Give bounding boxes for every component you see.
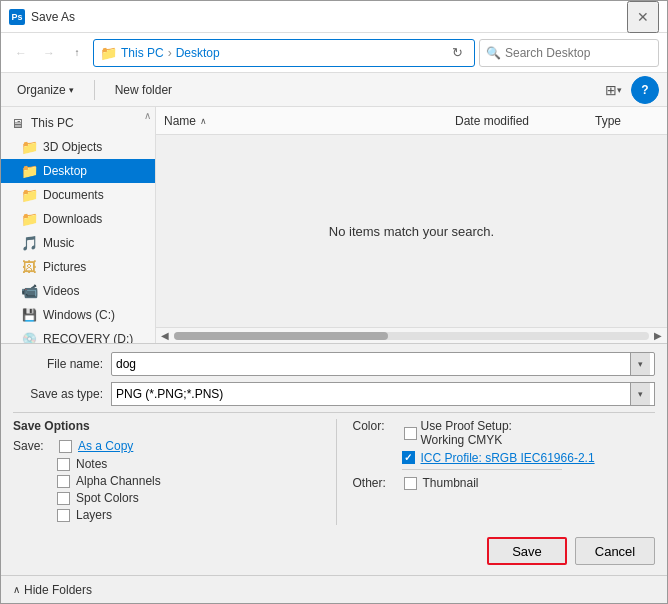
icc-profile-row: ICC Profile: sRGB IEC61966-2.1 xyxy=(402,451,656,465)
view-chevron-icon: ▾ xyxy=(617,85,622,95)
notes-checkbox[interactable] xyxy=(57,458,70,471)
as-copy-checkbox[interactable] xyxy=(59,440,72,453)
sidebar-item-windows-c[interactable]: 💾 Windows (C:) xyxy=(1,303,155,327)
as-copy-label[interactable]: As a Copy xyxy=(78,439,133,453)
app-icon: Ps xyxy=(9,9,25,25)
bottom-form-area: File name: ▾ Save as type: PNG (*.PNG;*.… xyxy=(1,343,667,575)
sidebar-item-documents[interactable]: 📁 Documents xyxy=(1,183,155,207)
sidebar-label-pictures: Pictures xyxy=(43,260,86,274)
notes-row: Notes xyxy=(57,457,316,471)
file-name-input-wrapper: ▾ xyxy=(111,352,655,376)
address-bar: ← → ↑ 📁 This PC › Desktop ↻ 🔍 xyxy=(1,33,667,73)
breadcrumb-this-pc[interactable]: This PC xyxy=(121,46,164,60)
color-label: Color: xyxy=(353,419,398,433)
cancel-button[interactable]: Cancel xyxy=(575,537,655,565)
title-bar: Ps Save As ✕ xyxy=(1,1,667,33)
scroll-right-button[interactable]: ▶ xyxy=(651,329,665,343)
sidebar-item-this-pc[interactable]: 🖥 This PC xyxy=(1,111,155,135)
new-folder-button[interactable]: New folder xyxy=(107,79,180,101)
folder-downloads-icon: 📁 xyxy=(21,211,37,227)
save-type-row: Save as type: PNG (*.PNG;*.PNS) ▾ xyxy=(13,382,655,406)
folder-documents-icon: 📁 xyxy=(21,187,37,203)
search-input[interactable] xyxy=(505,46,652,60)
organize-button[interactable]: Organize ▾ xyxy=(9,79,82,101)
layers-row: Layers xyxy=(57,508,316,522)
hide-folders-bar: ∧ Hide Folders xyxy=(1,575,667,603)
sidebar-label-documents: Documents xyxy=(43,188,104,202)
drive-d-icon: 💿 xyxy=(21,331,37,343)
alpha-channels-checkbox[interactable] xyxy=(57,475,70,488)
save-type-select[interactable]: PNG (*.PNG;*.PNS) ▾ xyxy=(111,382,655,406)
spot-colors-checkbox[interactable] xyxy=(57,492,70,505)
scroll-thumb[interactable] xyxy=(174,332,388,340)
search-box: 🔍 xyxy=(479,39,659,67)
alpha-channels-row: Alpha Channels xyxy=(57,474,316,488)
layers-checkbox[interactable] xyxy=(57,509,70,522)
sidebar: ∧ 🖥 This PC 📁 3D Objects 📁 Desktop 📁 xyxy=(1,107,156,343)
options-left: Save Options Save: As a Copy Notes Alpha… xyxy=(13,419,316,525)
sort-arrow-icon: ∧ xyxy=(200,116,207,126)
sidebar-item-recovery-d[interactable]: 💿 RECOVERY (D:) xyxy=(1,327,155,343)
sidebar-item-3d-objects[interactable]: 📁 3D Objects xyxy=(1,135,155,159)
use-proof-setup-checkbox[interactable] xyxy=(404,427,417,440)
file-name-label: File name: xyxy=(13,357,103,371)
save-options-title: Save Options xyxy=(13,419,316,433)
file-list-empty: No items match your search. xyxy=(156,135,667,327)
breadcrumb-desktop[interactable]: Desktop xyxy=(176,46,220,60)
color-row: Color: Use Proof Setup: Working CMYK xyxy=(353,419,656,447)
file-area: Name ∧ Date modified Type No items match… xyxy=(156,107,667,343)
scroll-left-button[interactable]: ◀ xyxy=(158,329,172,343)
sidebar-item-pictures[interactable]: 🖼 Pictures xyxy=(1,255,155,279)
breadcrumb: 📁 This PC › Desktop xyxy=(100,45,220,61)
hide-folders-button[interactable]: ∧ Hide Folders xyxy=(13,583,92,597)
up-button[interactable]: ↑ xyxy=(65,41,89,65)
refresh-button[interactable]: ↻ xyxy=(446,42,468,64)
column-type: Type xyxy=(587,114,667,128)
file-list-header: Name ∧ Date modified Type xyxy=(156,107,667,135)
search-icon: 🔍 xyxy=(486,46,501,60)
sidebar-expand-button[interactable]: ∧ xyxy=(139,107,155,123)
sidebar-label-windows-c: Windows (C:) xyxy=(43,308,115,322)
folder-3d-icon: 📁 xyxy=(21,139,37,155)
close-button[interactable]: ✕ xyxy=(627,1,659,33)
icc-profile-label[interactable]: ICC Profile: sRGB IEC61966-2.1 xyxy=(421,451,595,465)
save-label: Save: xyxy=(13,439,53,453)
spot-colors-label: Spot Colors xyxy=(76,491,139,505)
file-name-input[interactable] xyxy=(116,357,630,371)
save-type-dropdown-icon[interactable]: ▾ xyxy=(630,383,650,405)
sidebar-item-videos[interactable]: 📹 Videos xyxy=(1,279,155,303)
view-icon: ⊞ xyxy=(605,82,617,98)
view-button[interactable]: ⊞ ▾ xyxy=(599,76,627,104)
sidebar-label-downloads: Downloads xyxy=(43,212,102,226)
thumbnail-checkbox[interactable] xyxy=(404,477,417,490)
main-area: ∧ 🖥 This PC 📁 3D Objects 📁 Desktop 📁 xyxy=(1,107,667,343)
folder-pictures-icon: 🖼 xyxy=(21,259,37,275)
save-row: Save: As a Copy xyxy=(13,439,316,453)
help-button[interactable]: ? xyxy=(631,76,659,104)
address-box: 📁 This PC › Desktop ↻ xyxy=(93,39,475,67)
forward-button[interactable]: → xyxy=(37,41,61,65)
alpha-channels-label: Alpha Channels xyxy=(76,474,161,488)
action-bar: Save Cancel xyxy=(13,531,655,567)
drive-c-icon: 💾 xyxy=(21,307,37,323)
column-name[interactable]: Name ∧ xyxy=(156,114,447,128)
sidebar-label-recovery-d: RECOVERY (D:) xyxy=(43,332,133,343)
save-button[interactable]: Save xyxy=(487,537,567,565)
back-button[interactable]: ← xyxy=(9,41,33,65)
icc-profile-checkbox[interactable] xyxy=(402,451,415,464)
file-name-dropdown-icon[interactable]: ▾ xyxy=(630,353,650,375)
sidebar-label-3d-objects: 3D Objects xyxy=(43,140,102,154)
horizontal-scrollbar: ◀ ▶ xyxy=(156,327,667,343)
folder-music-icon: 🎵 xyxy=(21,235,37,251)
other-label: Other: xyxy=(353,476,398,490)
folder-icon: 📁 xyxy=(100,45,117,61)
thumbnail-label: Thumbnail xyxy=(423,476,479,490)
sidebar-label-videos: Videos xyxy=(43,284,79,298)
sidebar-item-downloads[interactable]: 📁 Downloads xyxy=(1,207,155,231)
sidebar-label-this-pc: This PC xyxy=(31,116,74,130)
layers-label: Layers xyxy=(76,508,112,522)
sidebar-item-music[interactable]: 🎵 Music xyxy=(1,231,155,255)
save-type-label: Save as type: xyxy=(13,387,103,401)
sidebar-item-desktop[interactable]: 📁 Desktop xyxy=(1,159,155,183)
toolbar-separator xyxy=(94,80,95,100)
